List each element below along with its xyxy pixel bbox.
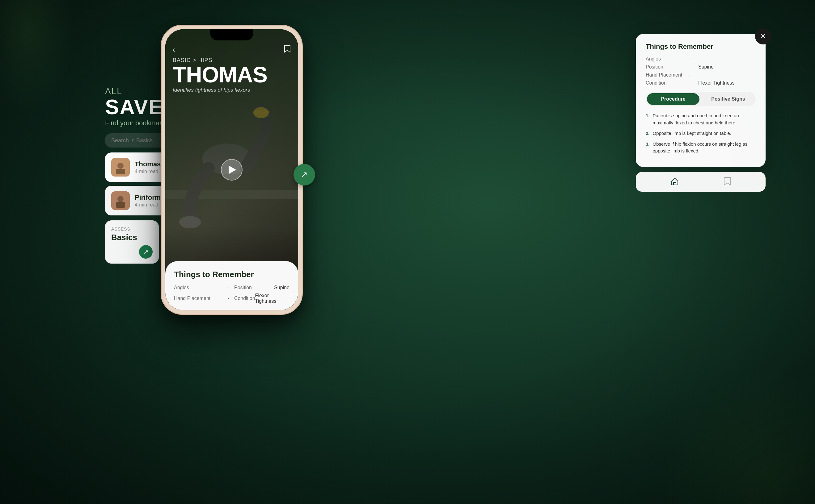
step-item-2: 2. Opposite limb is kept straight on tab… [646, 130, 756, 137]
phone-title-area: BASIC > HIPS THOMAS Identifies tightness… [173, 57, 267, 93]
assess-basics-arrow[interactable]: ↗ [139, 245, 152, 259]
phone-frame: ‹ BASIC > HIPS THOMAS Identifies tightne… [161, 25, 303, 315]
svg-rect-5 [116, 202, 125, 208]
step-item-1: 1. Patient is supine and one hip and kne… [646, 112, 756, 126]
assess-basics-card[interactable]: Assess Basics ↗ [105, 220, 159, 264]
step-number-2: 2. [646, 130, 650, 137]
phone-angles-label: Angles [174, 285, 189, 290]
phone-info-grid: Angles - Position Supine Hand Placement … [174, 285, 290, 304]
step-item-3: 3. Observe if hip flexion occurs on stra… [646, 141, 756, 155]
right-panel-title: Things to Remember [646, 43, 756, 51]
right-condition-label: Condition [646, 80, 689, 86]
thomas-thumb-icon [111, 158, 130, 177]
phone-screen: ‹ BASIC > HIPS THOMAS Identifies tightne… [165, 29, 298, 310]
right-condition-value: Flexor Tightness [698, 80, 734, 86]
piriformis-thumb-icon [111, 191, 130, 210]
phone-notch [210, 29, 253, 40]
phone-back-button[interactable]: ‹ [173, 45, 175, 54]
phone-subtitle: Identifies tightness of hips flexors [173, 87, 267, 93]
phone-hand-label: Hand Placement [174, 296, 211, 301]
step-text-2: Opposite limb is kept straight on table. [653, 130, 731, 137]
phone-hand-value: - [228, 296, 229, 301]
play-triangle-icon [229, 165, 236, 174]
right-panel-angles-row: Angles - [646, 56, 756, 62]
phone-position-label: Position [234, 285, 252, 290]
assess-basics-label: Assess [111, 227, 152, 231]
thomas-test-thumbnail [111, 158, 130, 177]
right-panel-fields: Angles - Position Supine Hand Placement … [646, 56, 756, 86]
home-icon [671, 177, 679, 185]
phone-info-row-hand: Hand Placement - [174, 293, 229, 304]
phone-content: ‹ BASIC > HIPS THOMAS Identifies tightne… [165, 29, 298, 310]
tab-procedure[interactable]: Procedure [647, 93, 700, 105]
steps-list: 1. Patient is supine and one hip and kne… [646, 112, 756, 155]
svg-point-1 [117, 163, 123, 169]
right-hand-dash: - [689, 72, 698, 78]
svg-rect-2 [116, 169, 125, 174]
right-panel-condition-row: Condition Flexor Tightness [646, 80, 756, 86]
right-panel-position-row: Position Supine [646, 64, 756, 70]
right-position-value: Supine [698, 64, 714, 70]
step-text-1: Patient is supine and one hip and knee a… [653, 112, 756, 126]
right-panel-tabs: Procedure Positive Signs [646, 92, 756, 106]
phone-position-value: Supine [274, 285, 290, 290]
step-number-1: 1. [646, 112, 650, 126]
close-icon: ✕ [760, 32, 766, 40]
phone-condition-label: Condition [234, 296, 255, 301]
right-panel-bottom-nav [636, 172, 766, 192]
nav-bookmark-btn[interactable] [724, 177, 731, 187]
right-angles-dash: - [689, 56, 698, 62]
phone-info-row-angles: Angles - [174, 285, 229, 290]
phone-bottom-panel: Things to Remember Angles - Position Sup… [165, 261, 298, 310]
phone-external-link-button[interactable]: ↗ [294, 164, 315, 185]
step-text-3: Observe if hip flexion occurs on straigh… [653, 141, 756, 155]
step-number-3: 3. [646, 141, 650, 155]
close-button[interactable]: ✕ [755, 28, 771, 44]
phone-angles-value: - [228, 285, 229, 290]
piriformis-test-thumbnail [111, 191, 130, 210]
right-panel: ✕ Things to Remember Angles - Position S… [636, 34, 766, 167]
decorative-leaf-bottomright [661, 368, 815, 504]
right-panel-hand-row: Hand Placement - [646, 72, 756, 78]
decorative-leaf-topleft [0, 0, 74, 114]
phone-wrapper: ‹ BASIC > HIPS THOMAS Identifies tightne… [161, 25, 309, 327]
phone-bookmark-icon [284, 45, 291, 53]
assess-basics-title: Basics [111, 233, 152, 242]
phone-info-row-condition: Condition Flexor Tightness [234, 293, 290, 304]
phone-bottom-panel-title: Things to Remember [174, 270, 290, 279]
phone-main-title: THOMAS [173, 64, 267, 86]
phone-top-bar: ‹ [173, 45, 291, 55]
right-hand-label: Hand Placement [646, 72, 689, 78]
phone-play-button[interactable] [221, 159, 243, 181]
right-angles-label: Angles [646, 56, 689, 62]
phone-info-row-position: Position Supine [234, 285, 290, 290]
svg-rect-12 [674, 182, 676, 185]
nav-bookmark-icon [724, 177, 731, 185]
tab-positive-signs[interactable]: Positive Signs [702, 93, 754, 105]
phone-bookmark-button[interactable] [284, 45, 291, 55]
nav-home-btn[interactable] [671, 177, 679, 187]
right-position-label: Position [646, 64, 689, 70]
phone-condition-value: Flexor Tightness [255, 293, 290, 304]
svg-point-4 [117, 196, 123, 202]
